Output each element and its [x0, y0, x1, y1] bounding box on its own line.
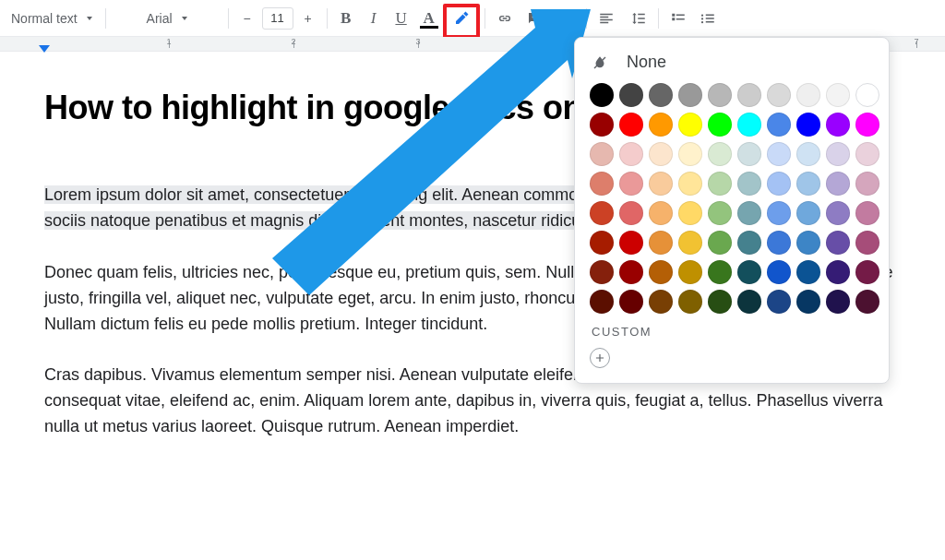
color-swatch[interactable] — [649, 231, 673, 255]
color-swatch[interactable] — [590, 201, 614, 225]
checklist-icon — [670, 10, 687, 27]
color-swatch[interactable] — [826, 231, 850, 255]
color-swatch[interactable] — [826, 290, 850, 314]
color-swatch[interactable] — [708, 231, 732, 255]
color-swatch[interactable] — [767, 113, 791, 137]
color-swatch[interactable] — [737, 260, 761, 284]
highlight-color-button[interactable] — [444, 6, 479, 31]
color-swatch[interactable] — [796, 231, 820, 255]
color-swatch[interactable] — [855, 172, 879, 196]
color-swatch[interactable] — [590, 290, 614, 314]
color-swatch[interactable] — [708, 290, 732, 314]
color-swatch[interactable] — [767, 231, 791, 255]
color-swatch[interactable] — [767, 201, 791, 225]
text-color-button[interactable]: A — [416, 6, 442, 31]
font-family-select[interactable]: Arial — [112, 6, 222, 31]
color-swatch[interactable] — [855, 260, 879, 284]
color-swatch[interactable] — [826, 260, 850, 284]
color-swatch[interactable] — [590, 231, 614, 255]
color-swatch[interactable] — [737, 290, 761, 314]
color-swatch[interactable] — [796, 83, 820, 107]
font-size-decrease-button[interactable]: − — [234, 6, 260, 31]
color-swatch[interactable] — [855, 201, 879, 225]
color-swatch[interactable] — [678, 290, 702, 314]
color-swatch[interactable] — [678, 83, 702, 107]
color-swatch[interactable] — [649, 142, 673, 166]
color-swatch[interactable] — [796, 113, 820, 137]
color-swatch[interactable] — [678, 201, 702, 225]
color-swatch[interactable] — [590, 260, 614, 284]
color-swatch[interactable] — [708, 113, 732, 137]
color-swatch[interactable] — [678, 231, 702, 255]
color-swatch[interactable] — [708, 201, 732, 225]
color-swatch[interactable] — [767, 142, 791, 166]
color-swatch[interactable] — [619, 172, 643, 196]
color-swatch[interactable] — [619, 260, 643, 284]
color-swatch[interactable] — [619, 201, 643, 225]
color-swatch[interactable] — [678, 113, 702, 137]
color-swatch[interactable] — [678, 260, 702, 284]
underline-button[interactable]: U — [389, 6, 414, 31]
color-swatch[interactable] — [796, 260, 820, 284]
color-swatch[interactable] — [737, 113, 761, 137]
color-swatch[interactable] — [649, 290, 673, 314]
color-swatch[interactable] — [708, 260, 732, 284]
color-swatch[interactable] — [826, 201, 850, 225]
align-button[interactable] — [592, 6, 623, 31]
color-swatch[interactable] — [590, 113, 614, 137]
italic-button[interactable]: I — [361, 6, 387, 31]
color-swatch[interactable] — [826, 142, 850, 166]
color-swatch[interactable] — [767, 290, 791, 314]
bulleted-list-button[interactable] — [694, 6, 722, 31]
color-swatch[interactable] — [826, 172, 850, 196]
color-swatch[interactable] — [649, 113, 673, 137]
color-swatch[interactable] — [767, 260, 791, 284]
highlight-none-option[interactable]: None — [590, 51, 874, 83]
color-swatch[interactable] — [708, 142, 732, 166]
color-swatch[interactable] — [826, 113, 850, 137]
color-swatch[interactable] — [678, 172, 702, 196]
line-spacing-button[interactable] — [625, 6, 652, 31]
color-swatch[interactable] — [708, 172, 732, 196]
add-custom-color-button[interactable] — [590, 348, 610, 368]
color-swatch[interactable] — [590, 172, 614, 196]
color-swatch[interactable] — [767, 83, 791, 107]
color-swatch[interactable] — [619, 113, 643, 137]
color-swatch[interactable] — [855, 290, 879, 314]
color-swatch[interactable] — [678, 142, 702, 166]
color-swatch[interactable] — [796, 290, 820, 314]
color-swatch[interactable] — [619, 142, 643, 166]
color-swatch[interactable] — [737, 142, 761, 166]
insert-link-button[interactable] — [491, 6, 519, 31]
color-swatch[interactable] — [796, 142, 820, 166]
color-swatch[interactable] — [619, 83, 643, 107]
color-swatch[interactable] — [708, 83, 732, 107]
color-swatch[interactable] — [737, 201, 761, 225]
color-swatch[interactable] — [855, 113, 879, 137]
color-swatch[interactable] — [649, 201, 673, 225]
color-swatch[interactable] — [737, 231, 761, 255]
color-swatch[interactable] — [767, 172, 791, 196]
font-size-input[interactable] — [262, 7, 293, 30]
checklist-button[interactable] — [664, 6, 692, 31]
color-swatch[interactable] — [590, 142, 614, 166]
color-swatch[interactable] — [737, 83, 761, 107]
color-swatch[interactable] — [590, 83, 614, 107]
bold-button[interactable]: B — [333, 6, 359, 31]
paragraph-style-select[interactable]: Normal text — [4, 6, 100, 31]
color-swatch[interactable] — [796, 172, 820, 196]
color-swatch[interactable] — [826, 83, 850, 107]
color-swatch[interactable] — [737, 172, 761, 196]
color-swatch[interactable] — [619, 290, 643, 314]
color-swatch[interactable] — [855, 142, 879, 166]
insert-comment-button[interactable] — [520, 6, 548, 31]
font-size-increase-button[interactable]: + — [295, 6, 321, 31]
color-swatch[interactable] — [855, 83, 879, 107]
color-swatch[interactable] — [855, 231, 879, 255]
insert-image-button[interactable] — [550, 6, 580, 31]
color-swatch[interactable] — [619, 231, 643, 255]
color-swatch[interactable] — [649, 172, 673, 196]
color-swatch[interactable] — [796, 201, 820, 225]
color-swatch[interactable] — [649, 260, 673, 284]
color-swatch[interactable] — [649, 83, 673, 107]
